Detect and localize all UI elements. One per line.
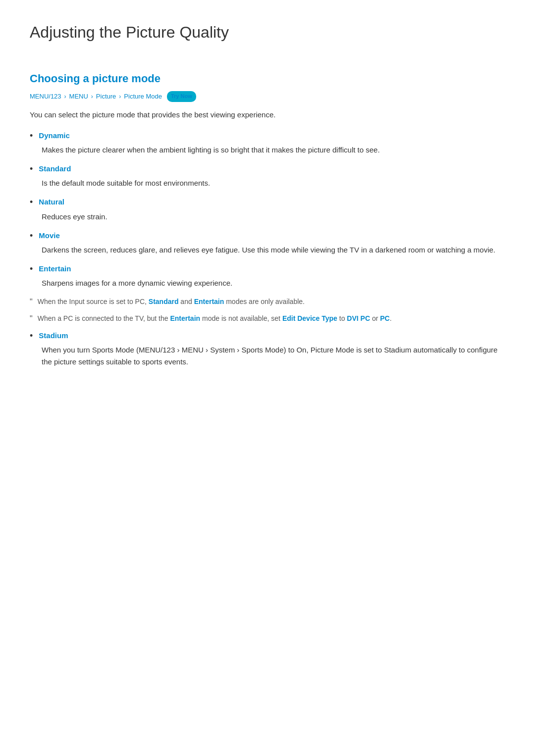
intro-text: You can select the picture mode that pro… xyxy=(30,109,505,121)
breadcrumb: MENU/123 › MENU › Picture › Picture Mode… xyxy=(30,91,505,102)
bullet-dot: • xyxy=(30,330,33,342)
mode-term-movie: Movie xyxy=(39,230,60,242)
mode-term-natural: Natural xyxy=(39,196,64,208)
list-item-standard: • Standard Is the default mode suitable … xyxy=(30,163,505,189)
bullet-dot: • xyxy=(30,163,33,175)
section-choosing-picture-mode: Choosing a picture mode MENU/123 › MENU … xyxy=(30,70,505,368)
mode-desc-dynamic: Makes the picture clearer when the ambie… xyxy=(42,144,505,156)
note-quote-icon-2: " xyxy=(30,313,33,325)
breadcrumb-menu: MENU xyxy=(69,92,88,102)
page-title: Adjusting the Picture Quality xyxy=(30,20,505,50)
note-text-2: When a PC is connected to the TV, but th… xyxy=(38,313,392,324)
highlight-menu-stadium: MENU xyxy=(182,346,204,354)
mode-desc-stadium: When you turn Sports Mode (MENU/123 › ME… xyxy=(42,344,505,368)
bullet-dot: • xyxy=(30,130,33,142)
highlight-pc: PC xyxy=(380,314,389,322)
stadium-list: • Stadium When you turn Sports Mode (MEN… xyxy=(30,330,505,368)
chevron-icon-2: › xyxy=(91,92,93,101)
highlight-on: On xyxy=(296,346,306,354)
breadcrumb-picture: Picture xyxy=(96,92,116,102)
try-now-badge[interactable]: Try Now xyxy=(167,91,196,102)
list-item-stadium: • Stadium When you turn Sports Mode (MEN… xyxy=(30,330,505,368)
bullet-dot: • xyxy=(30,263,33,275)
modes-list: • Dynamic Makes the picture clearer when… xyxy=(30,130,505,289)
highlight-picture-mode: Picture Mode xyxy=(311,346,354,354)
chevron-icon-1: › xyxy=(64,92,66,101)
highlight-sports-mode: Sports Mode xyxy=(92,346,134,354)
note-2: " When a PC is connected to the TV, but … xyxy=(30,313,505,325)
mode-term-stadium: Stadium xyxy=(39,330,68,342)
note-1: " When the Input source is set to PC, St… xyxy=(30,296,505,308)
section-title: Choosing a picture mode xyxy=(30,70,505,87)
list-item-movie: • Movie Darkens the screen, reduces glar… xyxy=(30,230,505,256)
breadcrumb-menu123: MENU/123 xyxy=(30,92,61,102)
bullet-dot: • xyxy=(30,230,33,242)
highlight-stadium-auto: Stadium xyxy=(384,346,411,354)
list-item-dynamic: • Dynamic Makes the picture clearer when… xyxy=(30,130,505,156)
highlight-sports-mode-2: Sports Mode xyxy=(242,346,284,354)
breadcrumb-picture-mode: Picture Mode xyxy=(124,92,162,102)
note-quote-icon-1: " xyxy=(30,296,33,308)
highlight-system: System xyxy=(210,346,235,354)
highlight-entertain-2: Entertain xyxy=(170,314,200,322)
mode-term-standard: Standard xyxy=(39,163,71,175)
highlight-standard: Standard xyxy=(149,298,179,305)
highlight-edit-device-type: Edit Device Type xyxy=(282,314,337,322)
mode-desc-movie: Darkens the screen, reduces glare, and r… xyxy=(42,244,505,256)
list-item-entertain: • Entertain Sharpens images for a more d… xyxy=(30,263,505,289)
highlight-menu123-stadium: MENU/123 xyxy=(139,346,175,354)
highlight-dvi-pc: DVI PC xyxy=(347,314,370,322)
mode-desc-entertain: Sharpens images for a more dynamic viewi… xyxy=(42,277,505,289)
list-item-natural: • Natural Reduces eye strain. xyxy=(30,196,505,222)
note-text-1: When the Input source is set to PC, Stan… xyxy=(38,296,305,307)
highlight-entertain: Entertain xyxy=(194,298,224,305)
mode-term-entertain: Entertain xyxy=(39,263,71,275)
bullet-dot: • xyxy=(30,196,33,208)
mode-desc-natural: Reduces eye strain. xyxy=(42,211,505,223)
mode-desc-standard: Is the default mode suitable for most en… xyxy=(42,177,505,189)
mode-term-dynamic: Dynamic xyxy=(39,130,70,142)
chevron-icon-3: › xyxy=(119,92,121,101)
